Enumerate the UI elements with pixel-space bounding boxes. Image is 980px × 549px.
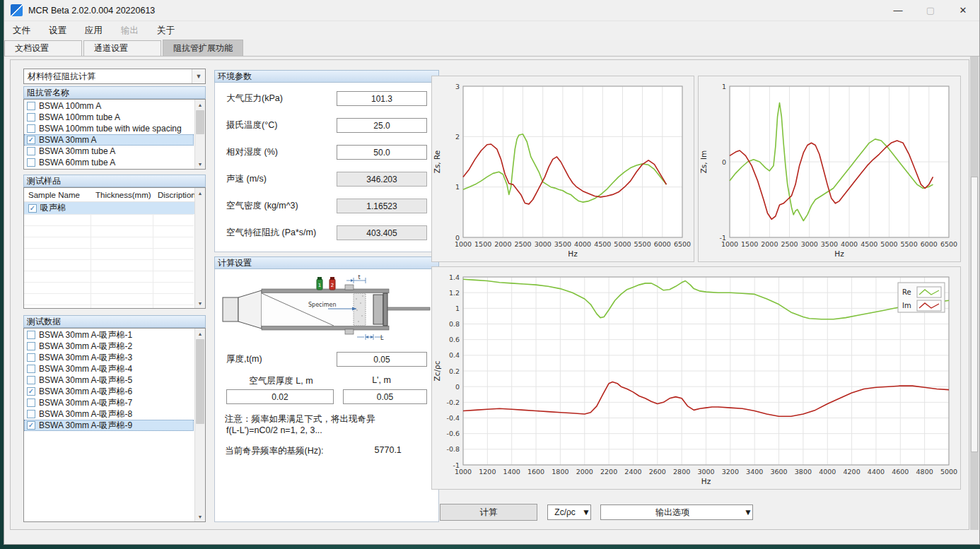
data-item[interactable]: BSWA 30mm A-吸声棉-4 [24, 363, 194, 374]
impedance-tube-diagram: 1 2 [221, 275, 433, 345]
scroll-down-icon[interactable]: ▼ [195, 159, 205, 169]
close-button[interactable]: ✕ [947, 0, 979, 20]
scroll-up-icon[interactable]: ▲ [195, 188, 205, 198]
svg-text:4000: 4000 [574, 240, 591, 248]
data-item-label: BSWA 30mm A-吸声棉-8 [39, 408, 132, 420]
bottom-controls: 计算 Zc/ρc ▼ 输出选项 ▼ [440, 504, 753, 521]
menu-item-3[interactable]: 应用 [85, 25, 103, 37]
checkbox[interactable] [27, 113, 35, 122]
base-freq-label: 当前奇异频率的基频(Hz): [225, 445, 324, 457]
output-options-value: 输出选项 [601, 507, 744, 519]
tab-2[interactable]: 通道设置 [83, 40, 161, 56]
data-section-header: 测试数据 [23, 315, 206, 328]
tube-item[interactable]: BSWA 30mm tube A [24, 146, 194, 157]
scroll-down-icon[interactable]: ▼ [195, 298, 205, 308]
minimize-button[interactable]: — [882, 0, 914, 20]
data-item[interactable]: BSWA 30mm A-吸声棉-8 [24, 408, 194, 420]
calc-mode-select[interactable]: 材料特征阻抗计算 ▼ [23, 69, 206, 84]
data-item[interactable]: ✓BSWA 30mm A-吸声棉-9 [24, 420, 194, 431]
tab-1[interactable]: 文档设置 [4, 40, 82, 56]
svg-text:5000: 5000 [614, 240, 631, 248]
tube-item-label: BSWA 100mm A [39, 101, 101, 111]
tube-item[interactable]: ✓BSWA 30mm A [24, 134, 194, 146]
menu-item-4: 输出 [121, 25, 139, 37]
checkbox[interactable] [27, 158, 35, 167]
sample-table-row[interactable]: ✓吸声棉 [24, 202, 205, 214]
menu-item-2[interactable]: 设置 [49, 25, 66, 37]
menu-item-1[interactable]: 文件 [13, 25, 30, 37]
maximize-button[interactable]: ▢ [914, 0, 947, 20]
output-options-select[interactable]: 输出选项 ▼ [600, 504, 753, 520]
lprime-input[interactable]: 0.05 [343, 389, 427, 404]
data-item[interactable]: BSWA 30mm A-吸声棉-1 [24, 329, 194, 341]
y-axis-label: Zs, Re [433, 150, 441, 174]
data-item[interactable]: ✓BSWA 30mm A-吸声棉-6 [24, 386, 194, 397]
svg-text:0.4: 0.4 [449, 351, 460, 359]
unit-select[interactable]: Zc/ρc ▼ [547, 504, 591, 520]
scrollbar-thumb[interactable] [971, 177, 978, 452]
tube-item[interactable]: BSWA 100mm A [24, 100, 194, 112]
tab-3[interactable]: 阻抗管扩展功能 [163, 40, 243, 56]
scroll-up-icon[interactable]: ▲ [195, 329, 205, 338]
calculate-button[interactable]: 计算 [440, 504, 537, 521]
env-field-input[interactable]: 50.0 [337, 145, 427, 160]
data-item[interactable]: BSWA 30mm A-吸声棉-5 [24, 374, 194, 386]
checkbox-checked[interactable]: ✓ [28, 204, 37, 213]
thickness-input[interactable]: 0.05 [337, 352, 427, 367]
tab-strip: 文档设置通道设置阻抗管扩展功能 [4, 40, 979, 57]
checkbox[interactable] [27, 399, 35, 407]
data-item[interactable]: BSWA 30mm A-吸声棉-2 [24, 341, 194, 352]
svg-text:0: 0 [722, 158, 726, 166]
legend-label: Re [902, 288, 911, 296]
checkbox[interactable] [27, 410, 35, 418]
env-field-row: 空气密度 (kg/m^3)1.16523 [226, 199, 427, 213]
checkbox[interactable] [27, 353, 35, 362]
data-list-scrollbar[interactable]: ▲ ▼ [194, 329, 205, 521]
scrollbar-thumb[interactable] [196, 110, 204, 134]
checkbox[interactable] [27, 147, 35, 155]
svg-text:6000: 6000 [921, 240, 938, 248]
checkbox-checked[interactable]: ✓ [27, 136, 35, 144]
window-scrollbar[interactable] [970, 57, 979, 530]
scroll-up-icon[interactable]: ▲ [195, 100, 205, 110]
tube-list-scrollbar[interactable]: ▲ ▼ [194, 100, 205, 169]
svg-text:0.6: 0.6 [449, 336, 460, 343]
tube-item-label: BSWA 30mm tube A [39, 146, 115, 156]
data-item-label: BSWA 30mm A-吸声棉-6 [39, 386, 132, 398]
tube-item-label: BSWA 100mm tube A [39, 112, 120, 122]
checkbox-checked[interactable]: ✓ [27, 387, 35, 396]
checkbox[interactable] [27, 376, 35, 384]
svg-text:1500: 1500 [474, 240, 491, 248]
chevron-down-icon: ▼ [744, 507, 752, 517]
specimen-label: Specimen [308, 302, 336, 308]
checkbox[interactable] [27, 102, 35, 110]
env-field-input[interactable]: 25.0 [337, 118, 427, 133]
app-window: MCR Beta 2.02.0.004 20220613 — ▢ ✕ 文件设置应… [4, 0, 980, 545]
data-item-label: BSWA 30mm A-吸声棉-4 [39, 363, 132, 375]
data-item[interactable]: BSWA 30mm A-吸声棉-3 [24, 352, 194, 363]
calc-mode-value: 材料特征阻抗计算 [24, 71, 192, 83]
env-field-input: 403.405 [337, 225, 427, 240]
mic1-label: 1 [318, 283, 321, 288]
sample-table-scrollbar[interactable]: ▲ ▼ [194, 188, 205, 308]
tube-item[interactable]: BSWA 100mm tube A [24, 112, 194, 123]
x-axis-label: Hz [701, 477, 711, 485]
env-field-label: 相对湿度 (%) [226, 146, 278, 158]
data-item[interactable]: BSWA 30mm A-吸声棉-7 [24, 397, 194, 408]
checkbox[interactable] [27, 331, 35, 339]
checkbox[interactable] [27, 124, 35, 133]
env-field-input[interactable]: 101.3 [337, 91, 427, 106]
scrollbar-thumb[interactable] [196, 339, 204, 424]
tube-item-label: BSWA 100mm tube with wide spacing [39, 124, 182, 134]
svg-text:3500: 3500 [554, 240, 571, 248]
scroll-down-icon[interactable]: ▼ [195, 512, 205, 521]
checkbox[interactable] [27, 342, 35, 350]
checkbox[interactable] [27, 365, 35, 373]
tube-item[interactable]: BSWA 100mm tube with wide spacing [24, 123, 194, 134]
svg-text:1.4: 1.4 [449, 273, 460, 281]
menu-item-5[interactable]: 关于 [157, 25, 175, 37]
checkbox-checked[interactable]: ✓ [27, 421, 35, 430]
env-field-input: 1.16523 [337, 199, 427, 213]
tube-item[interactable]: BSWA 60mm tube A [24, 157, 194, 168]
air-layer-input[interactable]: 0.02 [226, 389, 334, 404]
